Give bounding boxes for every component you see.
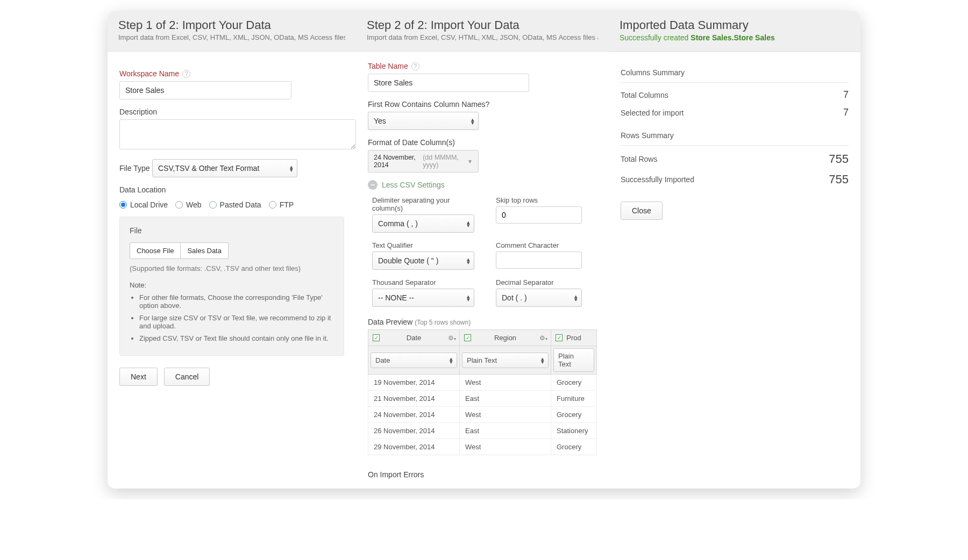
- radio-local-drive[interactable]: Local Drive: [119, 200, 168, 209]
- close-button[interactable]: Close: [621, 202, 663, 220]
- checkbox-icon[interactable]: ✓: [464, 334, 471, 341]
- radio-pasted-data[interactable]: Pasted Data: [209, 200, 261, 209]
- stat-label: Total Rows: [621, 155, 657, 163]
- preview-col-header[interactable]: ✓ Prod: [551, 330, 597, 346]
- data-preview-subtitle: (Top 5 rows shown): [415, 319, 471, 326]
- step2-header: Step 2 of 2: Import Your Data Import dat…: [356, 11, 609, 52]
- stat-label: Total Columns: [621, 91, 668, 99]
- thousand-sep-label: Thousand Separator: [372, 275, 474, 289]
- rows-summary-heading: Rows Summary: [621, 131, 849, 140]
- data-preview-table: ✓ Date ⚙▾ ✓ Region ⚙▾ ✓ Prod: [368, 329, 597, 455]
- gear-icon[interactable]: ⚙▾: [539, 334, 547, 342]
- datalocation-label: Data Location: [119, 185, 166, 197]
- cell: 26 November, 2014: [368, 423, 460, 439]
- col-type-select[interactable]: Date: [371, 353, 457, 368]
- chevron-down-icon: ▼: [467, 159, 473, 164]
- cell: Grocery: [551, 375, 597, 391]
- cell: East: [460, 423, 551, 439]
- cell: 24 November, 2014: [368, 407, 460, 423]
- comment-char-input[interactable]: [496, 252, 582, 269]
- col-type-select[interactable]: Plain Text: [553, 348, 594, 372]
- cell: West: [460, 439, 551, 455]
- cell: West: [460, 407, 551, 423]
- radio-label: Web: [186, 200, 202, 209]
- csv-settings-grid: Delimiter separating your column(s) Comm…: [372, 193, 597, 307]
- cell: 19 November, 2014: [368, 375, 460, 391]
- cell: Stationery: [551, 423, 597, 439]
- step2-body: Table Name ? First Row Contains Column N…: [356, 52, 609, 489]
- stat-label: Selected for import: [621, 109, 684, 117]
- help-icon[interactable]: ?: [411, 62, 419, 70]
- file-box: File Choose File Sales Data (Supported f…: [119, 217, 344, 356]
- choose-file-row: Choose File Sales Data: [130, 242, 334, 259]
- workspace-name-label-text: Workspace Name: [119, 69, 179, 78]
- date-format-select[interactable]: 24 November, 2014 (dd MMMM, yyyy) ▼: [368, 150, 479, 173]
- note-item: For other file formats, Choose the corre…: [139, 293, 334, 310]
- stat-value: 755: [829, 173, 849, 186]
- summary-header: Imported Data Summary Successfully creat…: [609, 11, 860, 52]
- text-qualifier-label: Text Qualifier: [372, 238, 474, 252]
- preview-col-name: Region: [494, 334, 516, 342]
- description-textarea[interactable]: [119, 119, 356, 149]
- import-wizard-window: Step 1 of 2: Import Your Data Import dat…: [108, 11, 860, 489]
- note-item: For large size CSV or TSV or Text file, …: [139, 314, 334, 330]
- text-qualifier-select[interactable]: Double Quote ( " ): [372, 252, 474, 270]
- date-format-label: Format of Date Column(s): [368, 138, 455, 150]
- cancel-button[interactable]: Cancel: [164, 368, 210, 386]
- preview-col-header[interactable]: ✓ Region ⚙▾: [460, 330, 551, 346]
- filetype-select[interactable]: CSV,TSV & Other Text Format: [152, 159, 297, 177]
- radio-dot-icon: [175, 201, 183, 209]
- note-item: Zipped CSV, TSV or Text file should cont…: [139, 334, 334, 342]
- total-rows-row: Total Rows 755: [621, 152, 849, 166]
- step2-subtitle: Import data from Excel, CSV, HTML, XML, …: [367, 33, 598, 41]
- table-name-input[interactable]: [368, 74, 529, 92]
- col-type-select[interactable]: Plain Text: [462, 353, 549, 368]
- radio-label: Local Drive: [130, 200, 168, 209]
- table-row: 21 November, 2014 East Furniture: [368, 391, 597, 407]
- radio-dot-icon: [119, 201, 127, 209]
- step1-body: Workspace Name ? Description File Type C…: [108, 52, 356, 396]
- file-label: File: [130, 226, 142, 238]
- preview-col-header[interactable]: ✓ Date ⚙▾: [368, 330, 460, 346]
- skip-top-label: Skip top rows: [496, 193, 597, 206]
- preview-col-name: Date: [407, 334, 421, 342]
- radio-ftp[interactable]: FTP: [269, 200, 294, 209]
- help-icon[interactable]: ?: [182, 70, 190, 78]
- decimal-sep-select[interactable]: Dot ( . ): [496, 289, 582, 307]
- minus-icon: −: [368, 180, 378, 190]
- radio-dot-icon: [209, 201, 217, 209]
- step1-title: Step 1 of 2: Import Your Data: [118, 18, 345, 33]
- supported-formats-hint: (Supported file formats: .CSV, .TSV and …: [130, 264, 334, 272]
- on-import-errors-label: On Import Errors: [368, 470, 597, 479]
- stat-label: Successfully Imported: [621, 175, 694, 184]
- choose-file-button[interactable]: Choose File: [130, 242, 181, 259]
- checkbox-icon[interactable]: ✓: [373, 334, 380, 341]
- next-button[interactable]: Next: [119, 368, 158, 386]
- preview-col-name: Prod: [566, 334, 581, 342]
- gear-icon[interactable]: ⚙▾: [448, 334, 456, 342]
- total-columns-row: Total Columns 7: [621, 89, 849, 100]
- comment-char-label: Comment Character: [496, 238, 597, 252]
- cell: 21 November, 2014: [368, 391, 460, 407]
- skip-top-input[interactable]: [496, 206, 582, 224]
- delimiter-select[interactable]: Comma ( , ): [372, 214, 474, 233]
- summary-title: Imported Data Summary: [620, 18, 850, 33]
- thousand-sep-select[interactable]: -- NONE --: [372, 289, 474, 307]
- delimiter-label: Delimiter separating your column(s): [372, 193, 474, 214]
- radio-web[interactable]: Web: [175, 200, 202, 209]
- table-row: 19 November, 2014 West Grocery: [368, 375, 597, 391]
- radio-label: FTP: [280, 200, 294, 209]
- table-name-label-text: Table Name: [368, 62, 408, 70]
- radio-label: Pasted Data: [220, 200, 261, 209]
- first-row-label: First Row Contains Column Names?: [368, 100, 489, 112]
- less-csv-settings-toggle[interactable]: − Less CSV Settings: [368, 180, 597, 190]
- table-row: 26 November, 2014 East Stationery: [368, 423, 597, 439]
- workspace-name-input[interactable]: [119, 81, 291, 99]
- first-row-select[interactable]: Yes: [368, 112, 479, 130]
- note-list: For other file formats, Choose the corre…: [130, 293, 334, 342]
- cell: 29 November, 2014: [368, 439, 460, 455]
- filetype-label: File Type: [119, 164, 150, 176]
- checkbox-icon[interactable]: ✓: [556, 334, 563, 341]
- file-name-display: Sales Data: [181, 242, 229, 259]
- date-format-hint: (dd MMMM, yyyy): [423, 154, 467, 169]
